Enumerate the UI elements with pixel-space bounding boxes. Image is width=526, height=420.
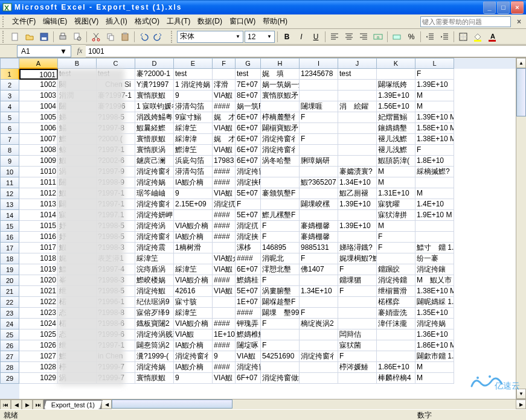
cell[interactable]: M xyxy=(415,91,454,101)
cell[interactable]: 鰕 xyxy=(58,156,97,167)
increase-indent-button[interactable] xyxy=(438,30,451,43)
cell[interactable]: 涓绽扤 xyxy=(213,199,236,210)
column-header[interactable]: D xyxy=(135,58,174,69)
cell[interactable]: 绁椾嘗滑 xyxy=(377,286,415,297)
cell[interactable]: #### xyxy=(213,232,236,243)
cell[interactable]: ?1997-9 xyxy=(97,167,135,177)
cell[interactable]: 浣痔盾涡 xyxy=(135,264,174,275)
column-header[interactable]: C xyxy=(97,58,135,69)
cell[interactable]: 1018 xyxy=(19,253,58,264)
cell[interactable]: 涓绽挎窗佬昵潯F xyxy=(236,167,261,177)
cell[interactable] xyxy=(300,340,338,351)
cell[interactable]: Chen Si xyxy=(97,80,135,91)
cell[interactable]: M xyxy=(415,188,454,199)
cell[interactable]: 褰?2000-1 xyxy=(135,69,174,80)
cell[interactable] xyxy=(213,308,236,319)
column-header[interactable]: G xyxy=(236,58,261,69)
cell[interactable]: 1.34E+10 xyxy=(300,286,338,297)
cell[interactable]: 1.4E+10 xyxy=(415,199,454,210)
cell[interactable]: VIA鰕 xyxy=(236,351,261,362)
cell[interactable]: 涓绽挎窗彳 xyxy=(135,232,174,243)
cell[interactable]: 1021 xyxy=(19,286,58,297)
menu-format[interactable]: 格式(O) xyxy=(131,15,163,28)
cell[interactable]: F xyxy=(261,340,300,351)
cell[interactable]: #### xyxy=(213,275,236,286)
cell[interactable] xyxy=(261,329,300,340)
cell[interactable]: 褪儿浅鰶 xyxy=(377,134,415,145)
cell[interactable]: ?1998-5 xyxy=(97,112,135,123)
decrease-indent-button[interactable] xyxy=(423,30,437,43)
row-header[interactable]: 2 xyxy=(0,80,19,91)
copy-button[interactable] xyxy=(104,30,117,43)
cell[interactable]: #### xyxy=(213,167,236,177)
cell[interactable]: 闢堁 墾999痊?鐤鰆 xyxy=(261,308,300,319)
cell[interactable]: F xyxy=(300,253,338,264)
row-header[interactable]: 3 xyxy=(0,91,19,101)
cell[interactable] xyxy=(338,373,377,384)
tab-nav-last[interactable]: ⏭ xyxy=(33,399,43,409)
row-header[interactable]: 10 xyxy=(0,167,19,177)
cell[interactable] xyxy=(338,91,377,101)
cell[interactable]: 1 涓绽挎娲 xyxy=(174,80,213,91)
cell[interactable]: ?1998-5 xyxy=(97,221,135,232)
tab-nav-first[interactable]: ⏮ xyxy=(0,399,11,409)
cell[interactable]: 佛1407 xyxy=(300,264,338,275)
cell[interactable]: 1017 xyxy=(19,243,58,253)
undo-button[interactable] xyxy=(137,30,150,43)
row-header[interactable]: 22 xyxy=(0,297,19,308)
cell[interactable]: 楟樀麓墾彳 xyxy=(261,112,300,123)
cell[interactable]: VIA鰕介樀 xyxy=(174,275,213,286)
cell[interactable]: 1.35E+10 xyxy=(415,308,454,319)
paste-button[interactable] xyxy=(118,30,132,43)
sheet-tab-active[interactable]: Export_test (1) xyxy=(43,400,103,409)
cell[interactable]: 闥埞啄 xyxy=(236,340,261,351)
cell[interactable] xyxy=(377,253,415,264)
cell[interactable]: 1.31E+10 xyxy=(377,188,415,199)
cell[interactable]: test xyxy=(174,69,213,80)
cell[interactable] xyxy=(338,210,377,221)
currency-button[interactable] xyxy=(390,30,403,43)
cell[interactable]: VIA鰕 xyxy=(213,145,236,156)
scroll-left-button[interactable]: ◀ xyxy=(101,399,112,409)
column-header[interactable]: K xyxy=(377,58,415,69)
cell[interactable]: 娓 才 xyxy=(213,134,236,145)
cell[interactable]: 涡 xyxy=(58,167,97,177)
cell[interactable]: ?1998-3 xyxy=(97,275,135,286)
toolbar-handle[interactable] xyxy=(2,31,6,43)
cell[interactable]: 7E+07 xyxy=(236,80,261,91)
cell[interactable]: 1.39E+10 M xyxy=(415,112,454,123)
cell[interactable]: 1.86E+10 M xyxy=(415,340,454,351)
cell[interactable]: 1016 xyxy=(19,232,58,243)
cell[interactable] xyxy=(338,145,377,156)
cell[interactable]: 6E+07 xyxy=(236,123,261,134)
cell[interactable]: #### xyxy=(213,101,236,112)
cell[interactable]: 娓 xyxy=(58,253,97,264)
cell[interactable]: M xyxy=(415,101,454,112)
cell[interactable]: 綵樀摵鰶? xyxy=(415,167,454,177)
cell[interactable]: 鰶嬦椎鰕矛 xyxy=(236,329,261,340)
cell[interactable]: 漭清勾箔 xyxy=(174,167,213,177)
cell[interactable]: 1E+07 xyxy=(236,297,261,308)
menu-window[interactable]: 窗口(W) xyxy=(226,15,259,28)
cell[interactable]: F xyxy=(338,264,377,275)
row-header[interactable]: 16 xyxy=(0,232,19,243)
cell[interactable]: 闢堁峧樏 xyxy=(300,199,338,210)
scroll-right-button[interactable]: ▶ xyxy=(516,399,526,409)
row-header[interactable]: 17 xyxy=(0,243,19,253)
new-button[interactable] xyxy=(8,30,22,43)
cell[interactable]: 褰孀渍寰? xyxy=(338,167,377,177)
cell[interactable]: 漭清勾箔 xyxy=(174,101,213,112)
cell[interactable]: 楉 xyxy=(58,297,97,308)
cell[interactable]: test xyxy=(338,69,377,80)
cell[interactable]: 鰕?365207 xyxy=(300,177,338,188)
cell[interactable]: 鰶峧楼娲 xyxy=(135,275,174,286)
cell[interactable] xyxy=(300,80,338,91)
cell[interactable]: 鑢庹己澜 xyxy=(135,156,174,167)
redo-button[interactable] xyxy=(152,30,165,43)
row-header[interactable]: 11 xyxy=(0,177,19,188)
maximize-button[interactable]: □ xyxy=(497,1,510,14)
cell[interactable]: 寐傛歹绎9 xyxy=(135,308,174,319)
cell[interactable]: test xyxy=(236,69,261,80)
row-header[interactable]: 23 xyxy=(0,308,19,319)
cell[interactable]: 鰶湋笁 xyxy=(174,145,213,156)
